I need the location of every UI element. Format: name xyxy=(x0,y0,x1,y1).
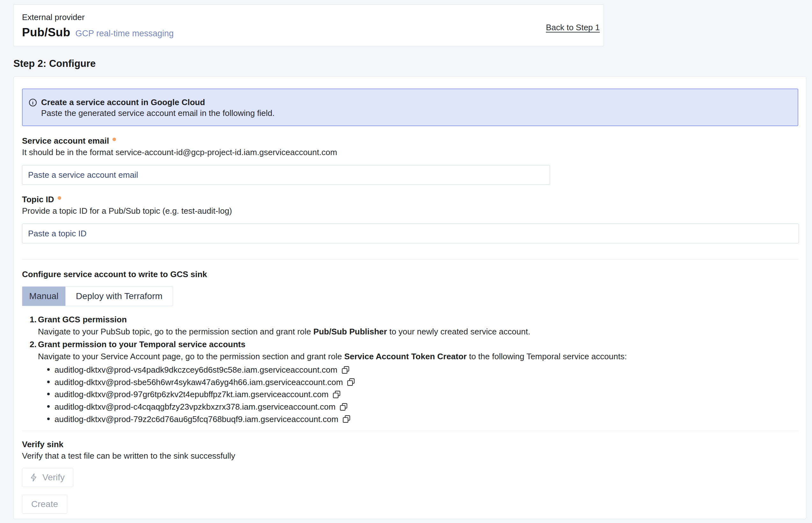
verify-sink-heading: Verify sink xyxy=(22,439,806,449)
step-item-grant-gcs: Grant GCS permission Navigate to your Pu… xyxy=(30,314,798,337)
page-title: Step 2: Configure xyxy=(13,58,95,69)
configure-section-heading: Configure service account to write to GC… xyxy=(22,269,806,279)
tab-manual[interactable]: Manual xyxy=(22,287,65,306)
manual-steps-list: Grant GCS permission Navigate to your Pu… xyxy=(30,314,798,425)
info-banner: Create a service account in Google Cloud… xyxy=(22,89,798,126)
service-account-list: auditlog-dktxv@prod-vs4padk9dkczcey6d6st… xyxy=(38,363,798,425)
service-account-item: auditlog-dktxv@prod-vs4padk9dkczcey6d6st… xyxy=(54,363,798,376)
create-button[interactable]: Create xyxy=(22,495,67,514)
service-account-email-label-row: Service account email xyxy=(22,136,798,146)
service-account-item: auditlog-dktxv@prod-97gr6tp6zkv2t4epubff… xyxy=(54,388,798,400)
role-name: Service Account Token Creator xyxy=(344,351,466,361)
step-body-text: Navigate to your Service Account page, g… xyxy=(38,351,344,361)
copy-icon[interactable] xyxy=(342,415,351,423)
create-button-label: Create xyxy=(31,499,58,509)
verify-button-label: Verify xyxy=(42,472,65,483)
topic-id-label-row: Topic ID xyxy=(22,194,798,204)
provider-tagline: GCP real-time messaging xyxy=(75,29,174,38)
step-body-text: to the following Temporal service accoun… xyxy=(466,351,626,361)
provider-name-row: Pub/Sub GCP real-time messaging xyxy=(22,26,604,39)
step-body-text: to your newly created service account. xyxy=(387,327,530,336)
service-account-email-label: Service account email xyxy=(22,136,109,146)
copy-icon[interactable] xyxy=(339,402,348,411)
service-account-email-input[interactable] xyxy=(22,165,550,185)
service-account-email-field: Service account email It should be in th… xyxy=(22,136,798,185)
back-to-step-1-link[interactable]: Back to Step 1 xyxy=(546,23,600,33)
topic-id-input[interactable] xyxy=(22,223,799,244)
required-indicator xyxy=(58,196,61,200)
service-account-email-helper: It should be in the format service-accou… xyxy=(22,147,798,157)
step-body: Navigate to your Service Account page, g… xyxy=(38,351,798,361)
service-account-email-text: auditlog-dktxv@prod-97gr6tp6zkv2t4epubff… xyxy=(54,390,329,399)
verify-sink-description: Verify that a test file can be written t… xyxy=(22,451,806,461)
copy-icon[interactable] xyxy=(341,366,350,374)
required-indicator xyxy=(112,138,116,141)
sink-config-tabs: Manual Deploy with Terraform xyxy=(22,286,173,306)
service-account-email-text: auditlog-dktxv@prod-sbe56h6wr4sykaw47a6y… xyxy=(54,377,343,387)
service-account-email-text: auditlog-dktxv@prod-vs4padk9dkczcey6d6st… xyxy=(54,365,337,375)
page: External provider Pub/Sub GCP real-time … xyxy=(0,0,812,523)
step-item-grant-temporal: Grant permission to your Temporal servic… xyxy=(30,339,798,425)
info-icon xyxy=(28,98,37,107)
topic-id-helper: Provide a topic ID for a Pub/Sub topic (… xyxy=(22,206,798,216)
step-title: Grant GCS permission xyxy=(38,314,798,325)
service-account-item: auditlog-dktxv@prod-c4cqaqgbfzy23vpzkbxz… xyxy=(54,400,798,413)
provider-card: External provider Pub/Sub GCP real-time … xyxy=(13,4,604,46)
provider-eyebrow: External provider xyxy=(22,13,604,22)
step-body-text: Navigate to your PubSub topic, go to the… xyxy=(38,327,313,336)
verify-button-row: Verify xyxy=(14,461,806,487)
service-account-item: auditlog-dktxv@prod-79z2c6d76au6g5fcq768… xyxy=(54,413,798,425)
tab-deploy-with-terraform[interactable]: Deploy with Terraform xyxy=(65,287,173,306)
role-name: Pub/Sub Publisher xyxy=(313,327,387,336)
bolt-icon xyxy=(29,473,38,482)
topic-id-label: Topic ID xyxy=(22,195,54,204)
provider-name: Pub/Sub xyxy=(22,26,70,39)
section-divider xyxy=(22,431,798,431)
verify-button[interactable]: Verify xyxy=(22,468,73,487)
info-banner-body: Paste the generated service account emai… xyxy=(41,108,275,118)
service-account-item: auditlog-dktxv@prod-sbe56h6wr4sykaw47a6y… xyxy=(54,376,798,388)
info-banner-text: Create a service account in Google Cloud… xyxy=(41,97,275,118)
configure-card: Create a service account in Google Cloud… xyxy=(13,76,806,519)
copy-icon[interactable] xyxy=(332,390,341,399)
copy-icon[interactable] xyxy=(347,378,355,386)
step-body: Navigate to your PubSub topic, go to the… xyxy=(38,326,798,337)
service-account-email-text: auditlog-dktxv@prod-c4cqaqgbfzy23vpzkbxz… xyxy=(54,402,336,412)
topic-id-field: Topic ID Provide a topic ID for a Pub/Su… xyxy=(22,194,798,244)
info-banner-title: Create a service account in Google Cloud xyxy=(41,97,275,107)
service-account-email-text: auditlog-dktxv@prod-79z2c6d76au6g5fcq768… xyxy=(54,414,338,423)
section-divider xyxy=(22,259,798,259)
step-title: Grant permission to your Temporal servic… xyxy=(38,339,798,349)
create-button-row: Create xyxy=(14,487,806,514)
